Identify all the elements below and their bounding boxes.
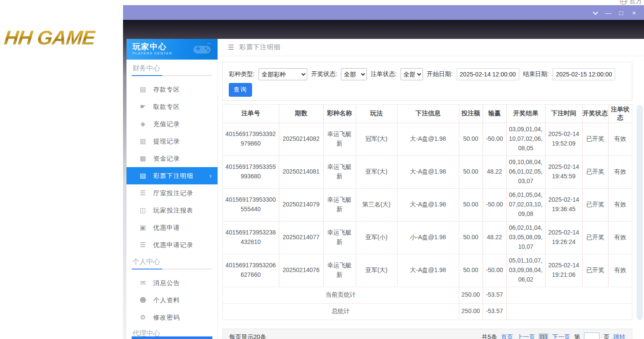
cell-bet-time: 2025-02-14 19:45:59: [545, 155, 582, 188]
summary-bet-amount: 250.00: [459, 303, 483, 320]
cell-issue: 20250214079: [279, 188, 323, 221]
player-bet-report-icon: ◫: [139, 206, 147, 214]
globe-icon: [620, 0, 627, 5]
col-bet-time: 下注时间: [545, 105, 582, 123]
section-divider: [132, 75, 212, 76]
bets-table: 注单号 期数 彩种名称 玩法 下注信息 投注额 输赢 开奖结果 下注时间 开奖状…: [222, 104, 632, 320]
sidebar-item-recharge-record[interactable]: ◈ 充值记录: [126, 115, 218, 133]
sidebar-item-deposit-zone[interactable]: ▤ 存款专区: [126, 81, 218, 98]
section-divider: [132, 269, 212, 269]
table-header-row: 注单号 期数 彩种名称 玩法 下注信息 投注额 输赢 开奖结果 下注时间 开奖状…: [223, 105, 632, 123]
prev-page-link[interactable]: 上一页: [517, 333, 535, 339]
sidebar-item-hall-bet-record[interactable]: ☰ 厅室投注记录: [126, 184, 218, 202]
order-status-select[interactable]: 全部: [401, 68, 423, 80]
cell-play-type: 第三名(大): [356, 188, 397, 221]
cell-draw-result: 06,01,05,04,07,02,03,10,09,08: [506, 188, 545, 221]
cell-order-id: 401569173953238432810: [223, 221, 279, 254]
sidebar-item-promo-apply[interactable]: ▣ 优惠申请: [126, 219, 218, 236]
cell-winloss: -50.00: [483, 188, 506, 221]
window-dropdown-button[interactable]: [589, 6, 602, 19]
cell-order-id: 401569173953300555440: [223, 188, 279, 221]
profile-icon: ☻: [139, 296, 147, 304]
query-button[interactable]: 查询: [229, 83, 252, 97]
app-window: — □ × 玩家中心 PLAYERS CENTER 财务中心 ▤ 存款专区: [123, 5, 644, 339]
brand-logo: HH GAME: [3, 26, 96, 49]
chevron-down-icon: [593, 9, 598, 15]
sidebar-item-promo-apply-record[interactable]: ☰ 优惠申请记录: [126, 236, 218, 253]
cell-issue: 20250214076: [279, 254, 323, 287]
sidebar: 玩家中心 PLAYERS CENTER 财务中心 ▤ 存款专区 ☛ 取款专区: [126, 39, 218, 339]
cell-issue: 20250214077: [279, 221, 323, 254]
cell-bet-amount: 50.00: [459, 221, 483, 254]
message-notice-icon: ✉: [139, 279, 147, 287]
sidebar-item-message-notice[interactable]: ✉ 消息公告: [126, 274, 218, 291]
sidebar-item-change-password[interactable]: ⚙ 修改密码: [126, 309, 218, 326]
page-jump-input[interactable]: [584, 333, 600, 339]
cell-winloss: 48.22: [483, 155, 506, 188]
funds-record-icon: ▦: [139, 155, 147, 162]
cell-lottery-name: 幸运飞艇新: [323, 123, 356, 155]
jump-suffix-label: 页: [603, 333, 609, 339]
next-page-link[interactable]: 下一页: [552, 333, 570, 339]
cell-play-type: 冠军(大): [356, 123, 397, 155]
sidebar-item-funds-record[interactable]: ▦ 资金记录: [126, 150, 218, 167]
table-row: 401569173953392979860 20250214082 幸运飞艇新 …: [223, 123, 632, 155]
end-date-input[interactable]: [552, 68, 615, 80]
window-titlebar: — □ ×: [123, 5, 644, 20]
draw-status-select[interactable]: 全部: [341, 68, 367, 80]
window-minimize-button[interactable]: —: [602, 6, 615, 19]
sidebar-item-player-bet-report[interactable]: ◫ 玩家投注报表: [126, 202, 218, 219]
sidebar-item-withdrawal-record[interactable]: ▥ 提现记录: [126, 133, 218, 150]
change-password-icon: ⚙: [139, 314, 147, 321]
content-topbar: ☰ 彩票下注明细: [218, 39, 644, 56]
summary-bet-amount: 250.00: [459, 287, 483, 303]
lottery-bet-detail-icon: ▤: [139, 172, 147, 180]
window-close-button[interactable]: ×: [628, 6, 641, 19]
window-maximize-button[interactable]: □: [615, 6, 628, 19]
page-size-label: 每页显示20条: [229, 333, 266, 339]
jump-prefix-label: 第: [574, 333, 580, 339]
cell-bet-time: 2025-02-14 19:36:45: [545, 188, 582, 221]
table-row: 401569173953355993680 20250214081 幸运飞艇新 …: [223, 155, 632, 188]
start-date-input[interactable]: [457, 68, 519, 80]
summary-label: 总统计: [223, 303, 459, 320]
main-content: ☰ 彩票下注明细 彩种类型: 全部彩种 开奖状态: 全部 注单状态: 全部: [218, 39, 644, 339]
col-order-id: 注单号: [223, 105, 279, 123]
cell-order-id: 401569173953206627660: [223, 254, 279, 287]
cell-play-type: 亚军(小): [356, 221, 397, 254]
first-page-link[interactable]: 首页: [501, 333, 513, 339]
sidebar-item-withdraw-zone[interactable]: ☛ 取款专区: [126, 98, 218, 115]
col-draw-status: 开奖状态: [582, 105, 608, 123]
cell-draw-status: 已开奖: [582, 254, 608, 287]
cell-play-type: 亚军(大): [356, 155, 397, 188]
cell-order-status: 有效: [608, 123, 632, 155]
cell-issue: 20250214081: [279, 155, 323, 188]
cell-draw-status: 已开奖: [582, 221, 608, 254]
table-row: 401569173953206627660 20250214076 幸运飞艇新 …: [223, 254, 632, 287]
sidebar-item-lottery-bet-detail[interactable]: ▤ 彩票下注明细 ›: [126, 167, 218, 184]
col-play-type: 玩法: [356, 105, 397, 123]
official-site-hint[interactable]: 官方: [620, 0, 642, 5]
col-order-status: 注单状态: [608, 105, 632, 123]
section-label-finance: 财务中心: [133, 64, 160, 73]
menu-toggle-icon[interactable]: ☰: [228, 43, 234, 51]
col-winloss: 输赢: [483, 105, 506, 123]
cell-lottery-name: 幸运飞艇新: [323, 254, 356, 287]
cell-draw-result: 09,10,08,04,06,01,02,05,03,07: [506, 155, 545, 188]
vertical-scrollbar[interactable]: [637, 105, 643, 320]
col-bet-info: 下注信息: [397, 105, 459, 123]
summary-winloss: -53.57: [483, 303, 506, 320]
col-draw-result: 开奖结果: [506, 105, 545, 123]
jump-link[interactable]: 跳转: [613, 333, 625, 339]
cell-winloss: -50.00: [483, 123, 506, 155]
summary-row-total: 总统计 250.00 -53.57: [223, 303, 632, 320]
cell-bet-amount: 50.00: [459, 155, 483, 188]
cell-bet-time: 2025-02-14 19:52:09: [545, 123, 582, 155]
official-site-label: 官方: [629, 0, 642, 5]
lottery-type-select[interactable]: 全部彩种: [259, 68, 307, 80]
cell-bet-amount: 50.00: [459, 254, 483, 287]
current-page-indicator[interactable]: [1]: [539, 333, 548, 339]
window-body: 玩家中心 PLAYERS CENTER 财务中心 ▤ 存款专区 ☛ 取款专区: [123, 20, 644, 339]
start-date-label: 开始日期:: [427, 70, 453, 78]
sidebar-item-profile[interactable]: ☻ 个人资料: [126, 291, 218, 309]
